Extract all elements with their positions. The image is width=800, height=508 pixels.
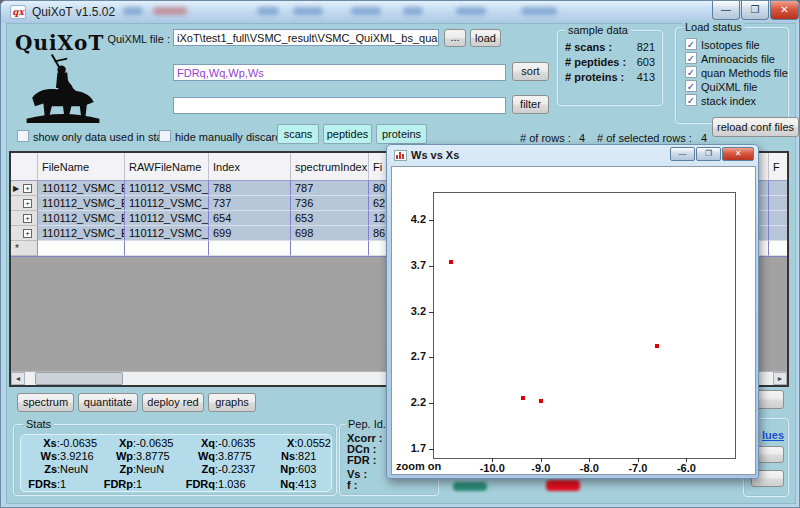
title-bar[interactable]: qx QuiXoT v1.5.02 — ❐ ✕ xyxy=(1,1,800,23)
new-row-icon: * xyxy=(11,243,19,254)
spectrum-button[interactable]: spectrum xyxy=(17,393,74,412)
reload-conf-files-button[interactable]: reload conf files xyxy=(712,117,799,137)
column-header-rawfilename[interactable]: RAWFileName xyxy=(125,153,209,180)
row-header[interactable]: + xyxy=(11,196,38,211)
column-header-partial-right[interactable]: F xyxy=(769,153,787,180)
cell-index[interactable]: 699 xyxy=(209,226,291,241)
scans-view-button[interactable]: scans xyxy=(277,124,319,144)
load-button[interactable]: load xyxy=(470,29,501,47)
column-header-index[interactable]: Index xyxy=(209,153,291,180)
proteins-view-button[interactable]: proteins xyxy=(376,124,427,144)
quan-methods-file-checkbox[interactable]: ✓ xyxy=(685,66,697,78)
cell[interactable] xyxy=(291,241,369,256)
peptides-view-button[interactable]: peptides xyxy=(323,124,372,144)
chart-window[interactable]: Ws vs Xs — ❐ ✕ 4.23.73.22.72.21.7-10.0-9… xyxy=(386,144,759,479)
cell[interactable] xyxy=(769,196,787,211)
data-point[interactable] xyxy=(539,399,543,403)
cell-spectrumindex[interactable]: 698 xyxy=(291,226,369,241)
chart-window-title: Ws vs Xs xyxy=(411,149,459,161)
cell-index[interactable]: 788 xyxy=(209,181,291,196)
expand-row-icon[interactable]: + xyxy=(23,199,32,208)
close-button[interactable]: ✕ xyxy=(770,1,799,20)
browse-button[interactable]: ... xyxy=(444,29,466,47)
cell-filename[interactable]: 110112_VSMC_E xyxy=(38,211,125,226)
cell[interactable] xyxy=(125,241,209,256)
row-header[interactable]: ▶+ xyxy=(11,181,38,196)
cell-rawfilename[interactable]: 110112_VSMC_E xyxy=(125,181,209,196)
aminoacids-file-checkbox[interactable]: ✓ xyxy=(685,52,697,64)
y-tick-label: 2.7 xyxy=(411,351,426,363)
sort-button[interactable]: sort xyxy=(512,62,549,81)
values-link[interactable]: lues xyxy=(762,429,784,441)
cell[interactable] xyxy=(769,181,787,196)
hide-discarded-checkbox[interactable] xyxy=(159,130,171,142)
chart-client-area: 4.23.73.22.72.21.7-10.0-9.0-8.0-7.0-6.0 … xyxy=(391,166,756,475)
graphs-button[interactable]: graphs xyxy=(208,393,256,412)
cell[interactable] xyxy=(769,226,787,241)
plot-area[interactable]: 4.23.73.22.72.21.7-10.0-9.0-8.0-7.0-6.0 xyxy=(433,192,736,459)
x-tick-mark xyxy=(686,458,687,462)
quixot-logo-graphic xyxy=(21,53,105,123)
cell-spectrumindex[interactable]: 653 xyxy=(291,211,369,226)
chart-close-button[interactable]: ✕ xyxy=(722,147,754,161)
quantitate-button[interactable]: quantitate xyxy=(78,393,138,412)
sample-data-title: sample data xyxy=(565,24,631,36)
filter-button[interactable]: filter xyxy=(512,95,549,114)
column-header-spectrumindex[interactable]: spectrumIndex xyxy=(291,153,369,180)
row-header[interactable]: + xyxy=(11,226,38,241)
new-row-header: * xyxy=(11,241,38,256)
deploy-red-button[interactable]: deploy red xyxy=(142,393,204,412)
cell[interactable] xyxy=(38,241,125,256)
expand-row-icon[interactable]: + xyxy=(23,229,32,238)
cell-rawfilename[interactable]: 110112_VSMC_E xyxy=(125,211,209,226)
scans-count-label: # scans : xyxy=(565,41,612,53)
cell-filename[interactable]: 110112_VSMC_E xyxy=(38,196,125,211)
data-point[interactable] xyxy=(655,344,659,348)
row-header[interactable]: + xyxy=(11,211,38,226)
cell[interactable] xyxy=(769,241,787,256)
filter-input[interactable] xyxy=(173,97,506,114)
stats-title: Stats xyxy=(23,418,54,430)
expand-row-icon[interactable]: + xyxy=(23,184,32,193)
minimize-button[interactable]: — xyxy=(712,1,740,20)
sort-input[interactable]: FDRq,Wq,Wp,Ws xyxy=(173,64,506,81)
cell-rawfilename[interactable]: 110112_VSMC_E xyxy=(125,196,209,211)
expand-row-icon[interactable]: + xyxy=(23,214,32,223)
isotopes-file-checkbox[interactable]: ✓ xyxy=(685,38,697,50)
app-icon: qx xyxy=(10,5,26,19)
data-point[interactable] xyxy=(449,260,453,264)
stats-group: Xs : -0.0635 Xp : -0.0635 Xq : -0.0635 X… xyxy=(13,424,337,496)
chart-maximize-button[interactable]: ❐ xyxy=(696,147,721,161)
quixml-file-input[interactable]: iXoT\test1_full\VSMC_result\VSMC_QuiXML_… xyxy=(173,29,439,46)
scroll-right-button[interactable]: ► xyxy=(773,372,787,385)
scroll-left-button[interactable]: ◄ xyxy=(11,372,25,385)
show-only-used-checkbox[interactable] xyxy=(17,130,29,142)
selected-rows-count-label: # of selected rows : xyxy=(597,132,692,144)
y-tick-mark xyxy=(429,449,434,450)
cell-index[interactable]: 737 xyxy=(209,196,291,211)
load-status-title: Load status xyxy=(682,21,745,33)
cell-spectrumindex[interactable]: 787 xyxy=(291,181,369,196)
cell-rawfilename[interactable]: 110112_VSMC_E xyxy=(125,226,209,241)
cell[interactable] xyxy=(209,241,291,256)
column-header-filename[interactable]: FileName xyxy=(38,153,125,180)
fdr-label: FDR : xyxy=(347,454,376,466)
cell-filename[interactable]: 110112_VSMC_E xyxy=(38,226,125,241)
rows-count-label: # of rows : xyxy=(520,132,571,144)
quixml-file-checkbox[interactable]: ✓ xyxy=(685,80,697,92)
green-button-fragment xyxy=(453,482,487,491)
scrollbar-thumb[interactable] xyxy=(35,372,123,385)
f-label: f : xyxy=(347,479,357,491)
cell-spectrumindex[interactable]: 736 xyxy=(291,196,369,211)
cell[interactable] xyxy=(769,211,787,226)
maximize-button[interactable]: ❐ xyxy=(741,1,769,20)
y-tick-label: 1.7 xyxy=(411,442,426,454)
stat-xs: Xs : -0.0635 xyxy=(21,437,97,450)
stack-index-checkbox[interactable]: ✓ xyxy=(685,94,697,106)
cell-filename[interactable]: 110112_VSMC_E xyxy=(38,181,125,196)
chart-minimize-button[interactable]: — xyxy=(670,147,695,161)
cell-index[interactable]: 654 xyxy=(209,211,291,226)
data-point[interactable] xyxy=(521,396,525,400)
peptides-count-label: # peptides : xyxy=(565,56,626,68)
stat-zs: Zs : NeuN xyxy=(21,463,97,476)
